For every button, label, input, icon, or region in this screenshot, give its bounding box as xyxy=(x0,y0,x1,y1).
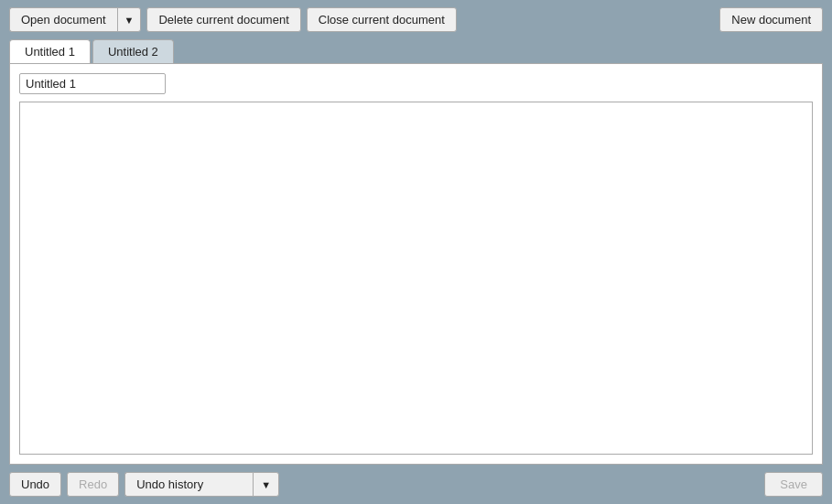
delete-document-button[interactable]: Delete current document xyxy=(146,7,300,32)
app-container: Open document ▼ Delete current document … xyxy=(0,0,832,504)
open-document-dropdown-button[interactable]: ▼ xyxy=(117,7,142,32)
chevron-down-icon: ▼ xyxy=(124,15,135,26)
new-document-button[interactable]: New document xyxy=(719,7,823,32)
tabs-bar: Untitled 1 Untitled 2 xyxy=(9,39,823,63)
close-document-button[interactable]: Close current document xyxy=(307,7,457,32)
tab-label: Untitled 1 xyxy=(25,45,75,59)
open-document-button[interactable]: Open document xyxy=(9,7,117,32)
tab-untitled-1[interactable]: Untitled 1 xyxy=(9,39,91,63)
toolbar: Open document ▼ Delete current document … xyxy=(0,0,832,39)
undo-history-wrapper: Undo history ▼ xyxy=(124,472,279,497)
open-document-wrapper: Open document ▼ xyxy=(9,7,141,32)
bottom-bar: Undo Redo Undo history ▼ Save xyxy=(0,465,832,504)
chevron-down-icon: ▼ xyxy=(261,479,271,490)
document-editor[interactable] xyxy=(19,102,813,455)
redo-button[interactable]: Redo xyxy=(67,472,119,497)
save-button[interactable]: Save xyxy=(764,472,823,497)
document-area xyxy=(9,63,823,465)
document-title-input[interactable] xyxy=(19,73,166,94)
tab-label: Untitled 2 xyxy=(108,45,158,59)
tab-untitled-2[interactable]: Untitled 2 xyxy=(92,39,174,63)
undo-history-dropdown-button[interactable]: ▼ xyxy=(253,472,279,497)
undo-button[interactable]: Undo xyxy=(9,472,61,497)
main-content: Untitled 1 Untitled 2 xyxy=(0,39,832,465)
undo-history-label: Undo history xyxy=(124,472,253,497)
